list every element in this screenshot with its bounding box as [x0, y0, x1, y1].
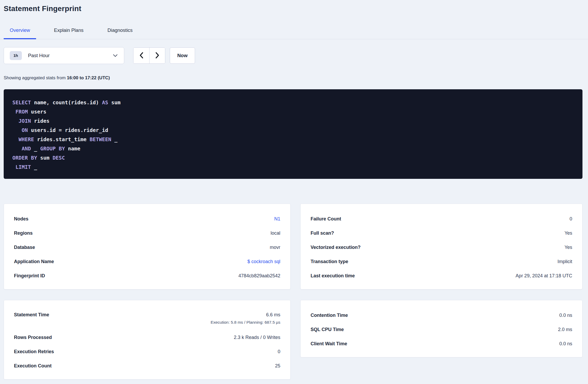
- detail-value-wrap: 4784cb829aab2542: [238, 273, 280, 279]
- detail-value-wrap: Yes: [565, 244, 572, 250]
- detail-row: Regionslocal: [14, 226, 280, 240]
- detail-row: Rows Processed2.3 k Reads / 0 Writes: [14, 330, 280, 344]
- detail-value: 6.6 ms: [211, 312, 280, 318]
- detail-value-wrap: 2.3 k Reads / 0 Writes: [234, 334, 280, 341]
- page-title: Statement Fingerprint: [4, 4, 582, 13]
- detail-row: Failure Count0: [311, 212, 572, 226]
- detail-label: Nodes: [14, 216, 28, 222]
- detail-row: Last execution timeApr 29, 2024 at 17:18…: [311, 269, 572, 283]
- detail-label: Failure Count: [311, 216, 341, 222]
- detail-value: 2.3 k Reads / 0 Writes: [234, 334, 280, 341]
- detail-row: Client Wait Time0.0 ns: [311, 337, 572, 351]
- time-interval-dropdown[interactable]: 1h Past Hour: [4, 47, 124, 64]
- detail-row: Execution Count25: [14, 359, 280, 373]
- detail-value: Implicit: [557, 258, 572, 265]
- detail-label: Application Name: [14, 258, 54, 265]
- detail-row: Statement Time6.6 msExecution: 5.8 ms / …: [14, 308, 280, 330]
- detail-value: Apr 29, 2024 at 17:18 UTC: [516, 273, 572, 279]
- detail-label: Fingerprint ID: [14, 273, 45, 279]
- time-toolbar: 1h Past Hour Now: [4, 47, 582, 64]
- detail-value: 2.0 ms: [558, 326, 572, 333]
- detail-value-wrap: N1: [274, 216, 280, 222]
- detail-label: Execution Count: [14, 363, 52, 369]
- detail-value: local: [271, 230, 280, 236]
- detail-label: Vectorized execution?: [311, 244, 361, 250]
- detail-value-wrap: $ cockroach sql: [247, 258, 280, 265]
- next-interval-button[interactable]: [149, 48, 165, 63]
- detail-value: 4784cb829aab2542: [238, 273, 280, 279]
- detail-value-wrap: 0.0 ns: [559, 312, 572, 318]
- detail-row: Transaction typeImplicit: [311, 254, 572, 269]
- detail-value-link[interactable]: N1: [274, 216, 280, 222]
- detail-value: 0.0 ns: [559, 312, 572, 318]
- detail-row: Execution Retries0: [14, 344, 280, 359]
- aggregation-note-range: 16:00 to 17:22 (UTC): [67, 75, 110, 80]
- detail-row: NodesN1: [14, 212, 280, 226]
- tab-label: Diagnostics: [107, 27, 133, 33]
- detail-value: 25: [275, 363, 280, 369]
- detail-label: Transaction type: [311, 258, 348, 265]
- summary-cards: NodesN1RegionslocalDatabasemovrApplicati…: [4, 204, 582, 380]
- wait-timing-card: Contention Time0.0 nsSQL CPU Time2.0 msC…: [300, 300, 582, 357]
- detail-value: movr: [270, 244, 280, 250]
- detail-value: 0: [570, 216, 572, 222]
- interval-label: Past Hour: [28, 53, 50, 58]
- sql-line: LIMIT _: [12, 163, 577, 172]
- detail-value-wrap: 6.6 msExecution: 5.8 ms / Planning: 687.…: [211, 312, 280, 325]
- detail-label: Regions: [14, 230, 33, 236]
- detail-row: Application Name$ cockroach sql: [14, 254, 280, 269]
- detail-subvalue: Execution: 5.8 ms / Planning: 687.5 µs: [211, 320, 280, 325]
- interval-step-group: [133, 47, 165, 64]
- sql-line: AND _ GROUP BY name: [12, 144, 577, 153]
- tab-explain-plans[interactable]: Explain Plans: [48, 27, 89, 39]
- detail-label: Contention Time: [311, 312, 348, 318]
- detail-row: Vectorized execution?Yes: [311, 240, 572, 254]
- sql-statement-box: SELECT name, count(rides.id) AS sum FROM…: [4, 89, 582, 179]
- chevron-down-icon: [113, 54, 118, 57]
- detail-value-link[interactable]: $ cockroach sql: [247, 258, 280, 265]
- tab-diagnostics[interactable]: Diagnostics: [101, 27, 139, 39]
- detail-value-wrap: movr: [270, 244, 280, 250]
- detail-label: Execution Retries: [14, 348, 54, 355]
- statement-fingerprint-page: Statement Fingerprint Overview Explain P…: [0, 4, 588, 380]
- detail-value-wrap: 2.0 ms: [558, 326, 572, 333]
- detail-value-wrap: 0.0 ns: [559, 341, 572, 347]
- detail-label: Full scan?: [311, 230, 334, 236]
- detail-value-wrap: Implicit: [557, 258, 572, 265]
- chevron-left-icon: [139, 52, 143, 60]
- detail-value: 0.0 ns: [559, 341, 572, 347]
- sql-line: FROM users: [12, 107, 577, 116]
- now-button[interactable]: Now: [170, 47, 195, 64]
- sql-line: JOIN rides: [12, 116, 577, 126]
- sql-line: ORDER BY sum DESC: [12, 153, 577, 163]
- detail-label: Last execution time: [311, 273, 355, 279]
- detail-label: SQL CPU Time: [311, 326, 344, 333]
- detail-value: Yes: [565, 244, 572, 250]
- sql-line: WHERE rides.start_time BETWEEN _: [12, 135, 577, 144]
- detail-value-wrap: 0: [278, 348, 280, 355]
- detail-value-wrap: 25: [275, 363, 280, 369]
- detail-row: Contention Time0.0 ns: [311, 308, 572, 322]
- detail-value-wrap: local: [271, 230, 280, 236]
- detail-value: 0: [278, 348, 280, 355]
- prev-interval-button[interactable]: [133, 48, 149, 63]
- tab-label: Explain Plans: [54, 27, 83, 33]
- detail-row: Full scan?Yes: [311, 226, 572, 240]
- detail-label: Client Wait Time: [311, 341, 347, 347]
- detail-value-wrap: Apr 29, 2024 at 17:18 UTC: [516, 273, 572, 279]
- aggregation-interval-note: Showing aggregated stats from 16:00 to 1…: [4, 75, 582, 81]
- detail-value-wrap: 0: [570, 216, 572, 222]
- aggregation-note-prefix: Showing aggregated stats from: [4, 75, 67, 80]
- statement-details-card: NodesN1RegionslocalDatabasemovrApplicati…: [4, 204, 291, 289]
- detail-row: Fingerprint ID4784cb829aab2542: [14, 269, 280, 283]
- tab-overview[interactable]: Overview: [4, 27, 36, 39]
- sql-line: ON users.id = rides.rider_id: [12, 126, 577, 135]
- tab-label: Overview: [10, 27, 30, 33]
- detail-row: SQL CPU Time2.0 ms: [311, 322, 572, 337]
- detail-label: Database: [14, 244, 35, 250]
- interval-badge: 1h: [10, 51, 22, 60]
- detail-label: Rows Processed: [14, 334, 52, 341]
- execution-attributes-card: Failure Count0Full scan?YesVectorized ex…: [300, 204, 582, 289]
- statement-timing-card: Statement Time6.6 msExecution: 5.8 ms / …: [4, 300, 291, 380]
- detail-value-wrap: Yes: [565, 230, 572, 236]
